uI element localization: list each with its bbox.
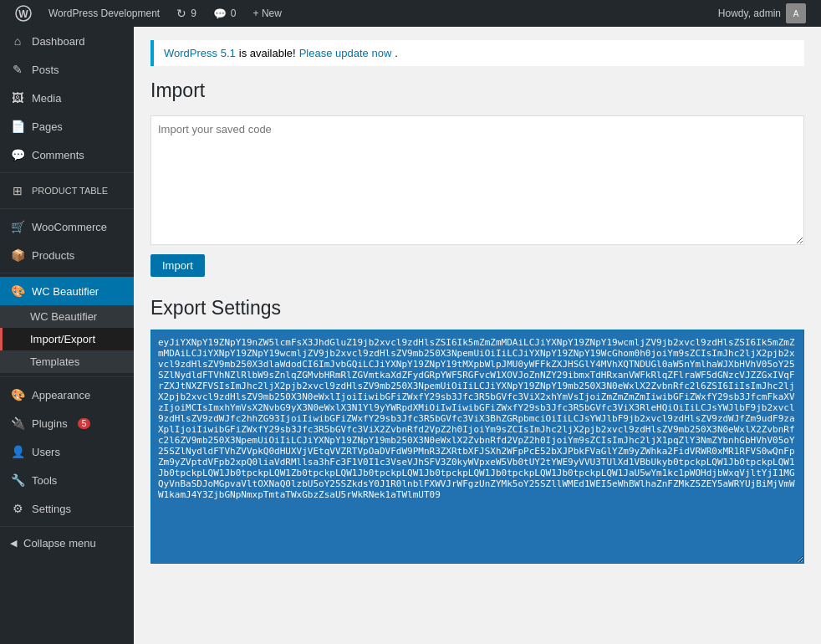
sidebar-item-label: Appearance: [32, 389, 90, 401]
collapse-label: Collapse menu: [23, 537, 96, 549]
comments-item[interactable]: 💬 0: [205, 0, 245, 27]
sidebar-divider-2: [0, 208, 134, 209]
media-icon: 🖼: [10, 90, 25, 105]
avatar: A: [786, 3, 806, 23]
sidebar-item-tools[interactable]: 🔧 Tools: [0, 466, 134, 494]
sidebar-item-posts[interactable]: ✎ Posts: [0, 55, 134, 84]
sidebar-item-product-table[interactable]: ⊞ PRODUCT TABLE: [0, 176, 134, 205]
sidebar-item-label: Media: [32, 92, 61, 105]
submenu-label: Import/Export: [30, 333, 95, 345]
sidebar-item-label: Comments: [32, 149, 84, 161]
sidebar-item-dashboard[interactable]: ⌂ Dashboard: [0, 27, 134, 55]
submenu-item-import-export[interactable]: Import/Export: [0, 328, 134, 350]
sidebar-item-products[interactable]: 📦 Products: [0, 241, 134, 269]
admin-bar: W WordPress Development ↻ 9 💬 0 + New Ho…: [0, 0, 821, 27]
sidebar-divider-4: [0, 376, 134, 377]
woocommerce-icon: 🛒: [10, 219, 25, 234]
users-icon: 👤: [10, 444, 25, 459]
sidebar-item-label: Users: [32, 446, 60, 458]
comments-icon: 💬: [10, 147, 25, 162]
sidebar-item-label: Plugins: [32, 417, 68, 430]
sidebar-item-label: Products: [32, 249, 74, 262]
plugins-badge: 5: [78, 418, 91, 429]
wc-beautifier-icon: 🎨: [10, 284, 25, 299]
plugins-icon: 🔌: [10, 416, 25, 431]
tools-icon: 🔧: [10, 473, 25, 488]
new-item[interactable]: + New: [245, 0, 290, 27]
products-icon: 📦: [10, 248, 25, 263]
wc-beautifier-submenu: WC Beautifier Import/Export Templates: [0, 305, 134, 373]
import-textarea[interactable]: [150, 115, 804, 245]
wp-logo-item[interactable]: W: [7, 0, 40, 27]
updates-icon: ↻: [176, 7, 186, 20]
sidebar-item-label: Pages: [32, 120, 63, 133]
collapse-menu-button[interactable]: ◀ Collapse menu: [0, 530, 134, 556]
comments-icon: 💬: [213, 8, 227, 20]
site-name-item[interactable]: WordPress Development: [40, 0, 168, 27]
sidebar-divider-5: [0, 526, 134, 527]
update-notice: WordPress 5.1 is available! Please updat…: [150, 40, 804, 66]
sidebar-item-label: WooCommerce: [32, 221, 107, 233]
submenu-label: Templates: [30, 355, 79, 368]
admin-bar-right: Howdy, admin A: [710, 0, 814, 27]
dashboard-icon: ⌂: [10, 33, 25, 49]
sidebar-item-label: PRODUCT TABLE: [32, 186, 108, 196]
sidebar-item-label: Settings: [32, 503, 71, 515]
layout: ⌂ Dashboard ✎ Posts 🖼 Media 📄 Pages 💬 Co…: [0, 27, 821, 644]
update-link[interactable]: Please update now: [299, 47, 392, 59]
pages-icon: 📄: [10, 119, 25, 134]
sidebar-item-label: WC Beautifier: [32, 285, 99, 298]
export-textarea[interactable]: [150, 330, 804, 564]
admin-bar-left: W WordPress Development ↻ 9 💬 0 + New: [7, 0, 710, 27]
comments-count: 0: [231, 8, 237, 19]
howdy-item[interactable]: Howdy, admin A: [710, 0, 814, 27]
export-section: Export Settings: [150, 297, 804, 566]
sidebar-divider-1: [0, 172, 134, 173]
sidebar-item-users[interactable]: 👤 Users: [0, 437, 134, 466]
export-title: Export Settings: [150, 297, 804, 319]
site-name-label: WordPress Development: [48, 8, 160, 19]
sidebar-item-woocommerce[interactable]: 🛒 WooCommerce: [0, 212, 134, 241]
main-content: WordPress 5.1 is available! Please updat…: [134, 27, 821, 644]
appearance-icon: 🎨: [10, 387, 25, 402]
import-button[interactable]: Import: [150, 254, 205, 277]
wp-logo-icon: W: [15, 5, 32, 22]
sidebar-item-label: Posts: [32, 64, 59, 76]
submenu-label: WC Beautifier: [30, 310, 97, 323]
notice-period: .: [395, 47, 398, 59]
product-table-icon: ⊞: [10, 183, 25, 198]
sidebar-divider-3: [0, 273, 134, 273]
submenu-item-templates[interactable]: Templates: [0, 350, 134, 373]
submenu-item-wc-beautifier-label[interactable]: WC Beautifier: [0, 305, 134, 328]
sidebar-item-wc-beautifier[interactable]: 🎨 WC Beautifier: [0, 277, 134, 305]
wp-version-link[interactable]: WordPress 5.1: [164, 47, 236, 59]
import-title: Import: [150, 79, 804, 102]
howdy-label: Howdy, admin: [718, 8, 781, 19]
notice-text: is available!: [239, 47, 296, 59]
svg-text:W: W: [18, 8, 28, 20]
sidebar-item-label: Tools: [32, 474, 57, 487]
updates-count: 9: [191, 8, 196, 19]
sidebar-item-settings[interactable]: ⚙ Settings: [0, 494, 134, 523]
import-section: Import Import: [150, 79, 804, 277]
sidebar-item-comments[interactable]: 💬 Comments: [0, 141, 134, 169]
updates-item[interactable]: ↻ 9: [168, 0, 205, 27]
sidebar-item-pages[interactable]: 📄 Pages: [0, 112, 134, 141]
sidebar-item-appearance[interactable]: 🎨 Appearance: [0, 381, 134, 409]
posts-icon: ✎: [10, 62, 25, 77]
sidebar-item-plugins[interactable]: 🔌 Plugins 5: [0, 409, 134, 437]
sidebar-item-label: Dashboard: [32, 35, 85, 48]
sidebar: ⌂ Dashboard ✎ Posts 🖼 Media 📄 Pages 💬 Co…: [0, 27, 134, 644]
collapse-arrow-icon: ◀: [10, 538, 17, 549]
new-label: + New: [253, 8, 282, 19]
settings-icon: ⚙: [10, 501, 25, 516]
sidebar-item-media[interactable]: 🖼 Media: [0, 84, 134, 112]
